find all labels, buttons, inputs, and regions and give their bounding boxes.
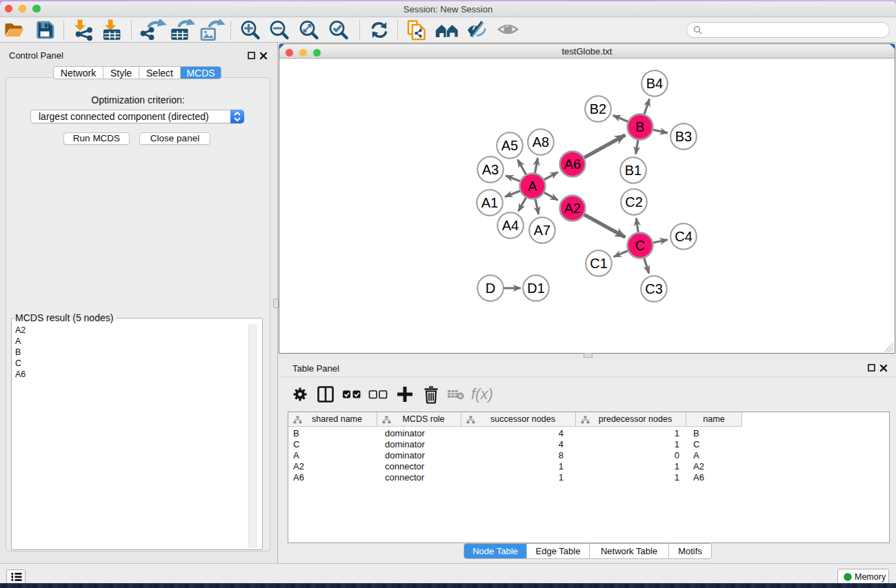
svg-text:A5: A5 <box>501 138 518 153</box>
svg-text:B3: B3 <box>675 129 692 144</box>
svg-text:A6: A6 <box>564 156 581 172</box>
svg-text:A4: A4 <box>502 218 519 233</box>
svg-text:f(x): f(x) <box>471 385 493 403</box>
svg-text:D1: D1 <box>527 281 545 296</box>
svg-text:B4: B4 <box>646 76 663 91</box>
svg-text:C1: C1 <box>590 256 608 271</box>
svg-text:D: D <box>486 281 495 296</box>
svg-text:C3: C3 <box>645 281 663 296</box>
svg-text:B2: B2 <box>590 101 606 116</box>
svg-text:A2: A2 <box>564 201 581 216</box>
svg-text:C2: C2 <box>625 194 643 210</box>
svg-text:B1: B1 <box>625 163 641 178</box>
svg-text:A1: A1 <box>481 195 498 210</box>
svg-text:A3: A3 <box>482 162 499 177</box>
svg-text:A: A <box>528 179 537 194</box>
svg-text:B: B <box>635 119 644 134</box>
svg-text:A7: A7 <box>534 223 550 238</box>
svg-text:A8: A8 <box>532 134 549 150</box>
svg-text:C: C <box>635 238 645 253</box>
svg-text:C4: C4 <box>675 229 693 244</box>
